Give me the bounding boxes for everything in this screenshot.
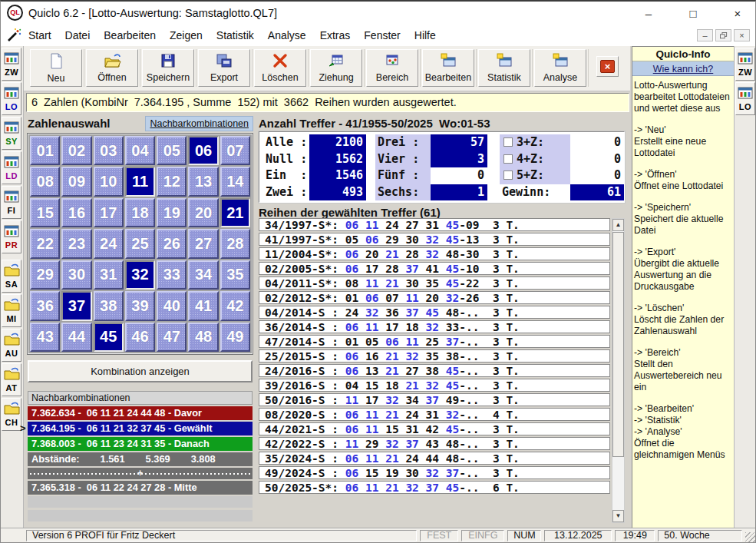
toolbar-button-analyse[interactable]: Analyse: [534, 49, 586, 87]
result-row[interactable]: 04/2011-S*: 08 11 21 30 35 45-22 3 T.: [259, 276, 610, 290]
result-row[interactable]: 47/2014-S : 01 05 06 11 25 37-.. 3 T.: [259, 335, 610, 348]
checkbox[interactable]: [503, 171, 513, 180]
sidebar-button-pr[interactable]: PR: [2, 220, 21, 253]
result-row[interactable]: 02/2005-S*: 06 17 28 37 41 45-10 3 T.: [259, 262, 610, 275]
neighbor-row-current[interactable]: 7.364.195 - 06 11 21 32 37 45 - Gewählt: [28, 422, 253, 435]
result-row[interactable]: 49/2024-S : 06 15 19 30 32 37-.. 3 T.: [259, 466, 610, 479]
number-cell-19[interactable]: 19: [157, 198, 187, 227]
number-cell-30[interactable]: 30: [61, 260, 91, 290]
number-cell-21[interactable]: 21: [220, 198, 250, 227]
number-cell-33[interactable]: 33: [157, 260, 187, 290]
sidebar-button-sy[interactable]: SY: [2, 117, 21, 150]
menu-item-hilfe[interactable]: Hilfe: [414, 29, 436, 41]
number-cell-04[interactable]: 04: [125, 136, 155, 165]
number-cell-10[interactable]: 10: [94, 167, 124, 196]
number-cell-11[interactable]: 11: [125, 167, 155, 196]
number-cell-16[interactable]: 16: [61, 198, 91, 227]
sidebar-button-at[interactable]: AT: [2, 363, 21, 396]
number-cell-14[interactable]: 14: [220, 167, 250, 196]
toolbar-button-bereich[interactable]: Bereich: [366, 49, 418, 87]
number-cell-28[interactable]: 28: [220, 229, 250, 258]
sidebar-button-zw[interactable]: ZW: [2, 48, 21, 81]
number-cell-43[interactable]: 43: [30, 323, 60, 352]
result-row[interactable]: 36/2014-S : 06 11 17 18 32 33-.. 3 T.: [259, 320, 610, 333]
maximize-button[interactable]: □: [686, 7, 700, 20]
neighbor-row[interactable]: 7.368.003 - 06 11 23 24 31 35 - Danach: [28, 437, 253, 451]
number-cell-46[interactable]: 46: [125, 323, 155, 352]
result-row[interactable]: 39/2016-S : 04 15 18 21 32 45-.. 3 T.: [259, 379, 610, 392]
number-cell-34[interactable]: 34: [188, 260, 218, 290]
show-combination-button[interactable]: Kombination anzeigen: [28, 360, 253, 382]
menu-item-datei[interactable]: Datei: [65, 29, 91, 41]
number-cell-26[interactable]: 26: [157, 229, 187, 258]
close-button[interactable]: ×: [731, 7, 744, 20]
toolbar-button-speichern[interactable]: Speichern: [142, 49, 194, 87]
number-cell-27[interactable]: 27: [188, 229, 218, 258]
result-row[interactable]: 42/2022-S : 11 29 32 37 43 48-.. 3 T.: [259, 437, 610, 450]
number-cell-22[interactable]: 22: [30, 229, 60, 258]
vertical-scrollbar[interactable]: ▲ ▼: [612, 218, 625, 523]
number-cell-07[interactable]: 07: [220, 136, 250, 165]
toolbar-button-export[interactable]: Export: [198, 49, 250, 87]
toolbar-button-öffnen[interactable]: Öffnen: [86, 49, 138, 87]
scrollbar-thumb[interactable]: [612, 232, 624, 457]
sidebar-button-sa[interactable]: SA: [2, 260, 21, 293]
sidebar-button-ch[interactable]: CH: [2, 398, 21, 431]
number-cell-44[interactable]: 44: [61, 323, 91, 352]
number-cell-32[interactable]: 32: [125, 260, 155, 290]
toolbar-button-ziehung[interactable]: Ziehung: [310, 49, 362, 87]
number-cell-03[interactable]: 03: [94, 136, 124, 165]
number-cell-12[interactable]: 12: [157, 167, 187, 196]
number-cell-20[interactable]: 20: [188, 198, 218, 227]
menu-item-start[interactable]: Start: [28, 29, 51, 41]
number-cell-09[interactable]: 09: [61, 167, 91, 196]
result-row[interactable]: 02/2012-S*: 01 06 07 11 20 32-26 3 T.: [259, 291, 610, 304]
mdi-minimize-button[interactable]: –: [697, 29, 713, 41]
result-row[interactable]: 44/2021-S : 06 11 15 31 42 45-.. 3 T.: [259, 422, 610, 435]
menu-item-analyse[interactable]: Analyse: [268, 29, 306, 41]
number-cell-36[interactable]: 36: [30, 291, 60, 320]
number-cell-17[interactable]: 17: [94, 198, 124, 227]
number-cell-08[interactable]: 08: [30, 167, 60, 196]
how-can-i-link[interactable]: Wie kann ich?: [653, 64, 714, 74]
number-cell-39[interactable]: 39: [125, 291, 155, 320]
toolbar-button-löschen[interactable]: Löschen: [254, 49, 306, 87]
sidebar-button-ld[interactable]: LD: [2, 151, 21, 184]
sidebar-button-mi[interactable]: MI: [2, 294, 21, 327]
number-cell-35[interactable]: 35: [220, 260, 250, 290]
toolbar-button-statistik[interactable]: Statistik: [478, 49, 530, 87]
number-cell-23[interactable]: 23: [61, 229, 91, 258]
result-row[interactable]: 25/2015-S : 06 16 21 32 35 38-.. 3 T.: [259, 349, 610, 363]
mdi-restore-button[interactable]: [715, 29, 731, 41]
number-cell-13[interactable]: 13: [188, 167, 218, 196]
result-row[interactable]: 24/2016-S : 06 13 21 27 38 45-.. 3 T.: [259, 364, 610, 377]
result-row[interactable]: 04/2014-S : 24 32 36 37 45 48-.. 3 T.: [259, 306, 610, 319]
menu-item-fenster[interactable]: Fenster: [364, 29, 400, 41]
number-cell-06[interactable]: 06: [188, 136, 218, 165]
number-cell-25[interactable]: 25: [125, 229, 155, 258]
menu-item-extras[interactable]: Extras: [320, 29, 351, 41]
number-cell-47[interactable]: 47: [157, 323, 187, 352]
number-cell-40[interactable]: 40: [157, 291, 187, 320]
menu-item-zeigen[interactable]: Zeigen: [170, 29, 203, 41]
result-row[interactable]: 50/2025-S*: 06 11 21 32 37 45-.. 6 T.: [259, 481, 610, 494]
menu-item-bearbeiten[interactable]: Bearbeiten: [104, 29, 156, 41]
number-cell-31[interactable]: 31: [94, 260, 124, 290]
toolbar-button-neu[interactable]: Neu: [30, 49, 82, 87]
number-cell-41[interactable]: 41: [188, 291, 218, 320]
checkbox[interactable]: [503, 154, 513, 164]
number-cell-45[interactable]: 45: [94, 323, 124, 352]
sidebar-button-au[interactable]: AU: [2, 329, 21, 362]
sidebar-button-lo[interactable]: LO: [735, 82, 755, 115]
number-cell-24[interactable]: 24: [94, 229, 124, 258]
number-cell-48[interactable]: 48: [188, 323, 218, 352]
number-cell-05[interactable]: 05: [157, 136, 187, 165]
number-cell-37[interactable]: 37: [61, 291, 91, 320]
number-cell-38[interactable]: 38: [94, 291, 124, 320]
result-row[interactable]: 08/2020-S : 06 11 21 24 31 32-.. 4 T.: [259, 408, 610, 421]
minimize-button[interactable]: –: [642, 7, 655, 20]
scroll-up-icon[interactable]: ▲: [612, 219, 624, 231]
range-slider[interactable]: +: [28, 468, 253, 479]
toolbar-button-bearbeiten[interactable]: Bearbeiten: [422, 49, 474, 87]
number-cell-42[interactable]: 42: [220, 291, 250, 320]
